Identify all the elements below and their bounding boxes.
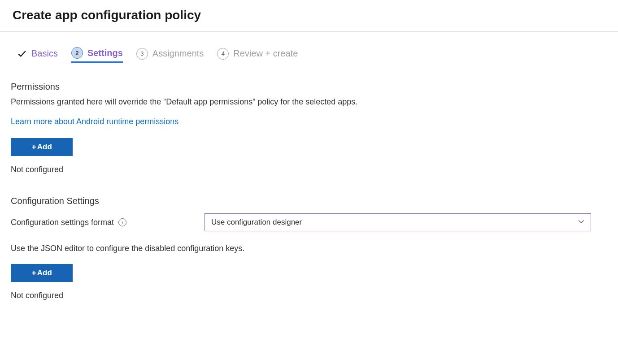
permissions-heading: Permissions <box>11 82 607 92</box>
config-format-label-wrap: Configuration settings format i <box>11 218 199 227</box>
learn-more-link[interactable]: Learn more about Android runtime permiss… <box>11 117 178 126</box>
config-format-label: Configuration settings format <box>11 218 114 227</box>
tab-review-create[interactable]: 4 Review + create <box>217 48 298 62</box>
add-permissions-label: Add <box>37 143 52 152</box>
step-badge-2: 2 <box>71 47 83 59</box>
tab-label-settings: Settings <box>87 48 123 58</box>
tab-label-assignments: Assignments <box>152 48 204 59</box>
permissions-description: Permissions granted here will override t… <box>11 96 607 107</box>
tab-basics[interactable]: Basics <box>17 48 58 61</box>
step-badge-4: 4 <box>217 48 229 60</box>
tab-label-basics: Basics <box>31 48 58 59</box>
content-area: Basics 2 Settings 3 Assignments 4 Review… <box>0 32 618 344</box>
config-format-select[interactable]: Use configuration designer <box>205 213 591 231</box>
plus-icon: + <box>31 269 36 278</box>
page-title: Create app configuration policy <box>0 0 618 31</box>
configuration-section: Configuration Settings Configuration set… <box>11 196 607 300</box>
checkmark-icon <box>17 49 27 59</box>
add-permissions-button[interactable]: +Add <box>11 138 73 156</box>
tab-settings[interactable]: 2 Settings <box>71 47 123 63</box>
step-badge-3: 3 <box>136 48 148 60</box>
add-config-button[interactable]: +Add <box>11 264 73 282</box>
config-status: Not configured <box>11 291 607 300</box>
config-format-select-wrap: Use configuration designer <box>205 213 591 231</box>
config-format-row: Configuration settings format i Use conf… <box>11 213 607 231</box>
configuration-heading: Configuration Settings <box>11 196 607 206</box>
config-helper-text: Use the JSON editor to configure the dis… <box>11 244 607 253</box>
permissions-status: Not configured <box>11 165 607 174</box>
wizard-tabs: Basics 2 Settings 3 Assignments 4 Review… <box>11 47 607 63</box>
info-icon[interactable]: i <box>118 218 126 226</box>
tab-assignments[interactable]: 3 Assignments <box>136 48 204 62</box>
permissions-section: Permissions Permissions granted here wil… <box>11 82 607 174</box>
plus-icon: + <box>31 143 36 152</box>
tab-label-review: Review + create <box>233 48 298 59</box>
add-config-label: Add <box>37 269 52 277</box>
